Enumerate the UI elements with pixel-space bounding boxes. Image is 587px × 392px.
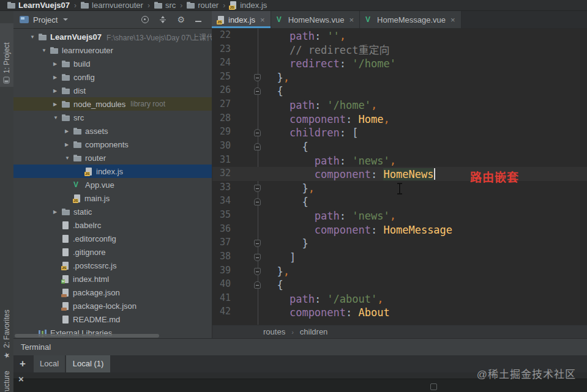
tree-item-index.html[interactable]: index.html: [13, 272, 212, 286]
tree-item-.babelrc[interactable]: .babelrc: [13, 218, 212, 232]
tree-item-index.js[interactable]: index.js: [13, 165, 212, 178]
project-panel-title[interactable]: Project: [33, 15, 58, 24]
tree-item-nodemodules[interactable]: ▶node_moduleslibrary root: [13, 97, 212, 111]
gear-icon[interactable]: ⚙: [177, 15, 185, 24]
tree-item-LearnVuejs07[interactable]: ▼LearnVuejs07F:\share\13-Vuejs\Day 07\上课…: [13, 30, 212, 43]
editor-breadcrumb-item[interactable]: routes: [263, 327, 285, 336]
expand-arrow-icon[interactable]: ▼: [64, 155, 73, 161]
line-number: 30: [212, 140, 231, 151]
tool-window-button-project[interactable]: 1: Project: [0, 23, 13, 87]
tree-item-static[interactable]: ▶static: [13, 205, 212, 218]
breadcrumb-item[interactable]: LearnVuejs07: [7, 1, 70, 10]
json-file-icon: [62, 302, 69, 310]
line-number: 34: [212, 195, 231, 206]
editor-tab-HomeMessage.vue[interactable]: HomeMessage.vue×: [360, 11, 462, 28]
line-number: 42: [212, 306, 231, 317]
tree-item-README.md[interactable]: README.md: [13, 312, 212, 326]
tree-item-config[interactable]: ▶config: [13, 70, 212, 84]
collapse-all-icon[interactable]: [159, 16, 166, 23]
code-line-39: 39},: [212, 265, 587, 279]
tree-item-build[interactable]: ▶build: [13, 57, 212, 70]
chevron-down-icon[interactable]: [63, 18, 68, 21]
code-line-23: 23// redirect重定向: [212, 43, 587, 57]
tree-item-dist[interactable]: ▶dist: [13, 84, 212, 97]
fold-marker-icon[interactable]: [254, 185, 261, 192]
fold-marker-icon[interactable]: [254, 240, 261, 247]
folder-icon: [7, 1, 15, 9]
tree-item-package-lock.json[interactable]: package-lock.json: [13, 299, 212, 312]
folder-icon: [81, 1, 89, 9]
new-terminal-icon[interactable]: +: [20, 358, 26, 370]
file-icon: [62, 316, 69, 324]
fold-marker-icon[interactable]: [254, 143, 261, 150]
expand-arrow-icon[interactable]: ▼: [41, 48, 50, 53]
tree-item-assets[interactable]: ▶assets: [13, 124, 212, 138]
close-tab-icon[interactable]: ×: [349, 15, 354, 24]
breadcrumb-item[interactable]: router: [187, 1, 219, 10]
fold-marker-icon[interactable]: [254, 129, 261, 136]
expand-arrow-icon[interactable]: ▼: [53, 115, 62, 120]
collapse-arrow-icon[interactable]: ▶: [53, 88, 62, 94]
editor-breadcrumb-item[interactable]: children: [300, 327, 328, 336]
js-file-icon: [85, 168, 92, 176]
tree-item-.editorconfig[interactable]: .editorconfig: [13, 232, 212, 245]
collapse-arrow-icon[interactable]: ▶: [64, 128, 73, 134]
fold-marker-icon[interactable]: [254, 87, 261, 95]
terminal-tab-Local1[interactable]: Local (1): [66, 355, 110, 372]
fold-marker-icon[interactable]: [254, 268, 261, 275]
close-tab-icon[interactable]: ×: [260, 15, 265, 24]
collapse-arrow-icon[interactable]: ▶: [53, 61, 62, 67]
fold-marker-icon[interactable]: [254, 74, 261, 81]
tool-window-button-structure[interactable]: Structure: [0, 353, 13, 392]
html-file-icon: [62, 275, 69, 283]
line-number: 22: [212, 29, 231, 40]
tree-item-router[interactable]: ▼router: [13, 151, 212, 165]
tree-item-main.js[interactable]: main.js: [13, 191, 212, 205]
breadcrumb-item[interactable]: learnvuerouter: [81, 1, 143, 10]
folder-icon: [73, 154, 81, 162]
editor-tab-HomeNews.vue[interactable]: HomeNews.vue×: [271, 11, 360, 28]
code-line-42: 42component: About: [212, 306, 587, 320]
mouse-cursor: [399, 184, 400, 193]
close-tab-icon[interactable]: ×: [451, 15, 455, 24]
terminal-tab-Local[interactable]: Local: [34, 355, 65, 372]
editor-breadcrumbs: routes›children: [212, 325, 587, 338]
file-icon: [62, 248, 69, 256]
minimize-icon[interactable]: [195, 21, 201, 22]
tree-item-package.json[interactable]: package.json: [13, 286, 212, 299]
collapse-arrow-icon[interactable]: ▶: [53, 75, 62, 80]
fold-marker-icon[interactable]: [254, 281, 261, 289]
terminal-panel-header[interactable]: Terminal: [13, 338, 587, 355]
folder-icon: [62, 208, 70, 216]
chevron-right-icon: ›: [74, 1, 77, 10]
editor-tab-index.js[interactable]: index.js×: [212, 11, 271, 28]
code-line-27: 27path: '/home',: [212, 98, 587, 113]
code-editor[interactable]: 22path: '',23// redirect重定向24redirect: '…: [212, 29, 587, 325]
breadcrumb-item[interactable]: index.js: [230, 1, 267, 10]
close-terminal-icon[interactable]: ×: [18, 374, 24, 384]
collapse-arrow-icon[interactable]: ▶: [64, 142, 73, 147]
tree-item-src[interactable]: ▼src: [13, 111, 212, 124]
tool-window-button-favorites[interactable]: ★2: Favorites: [0, 289, 13, 363]
tree-horizontal-scrollbar[interactable]: [15, 334, 159, 338]
fold-marker-icon[interactable]: [254, 198, 261, 205]
breadcrumb-item[interactable]: src: [154, 1, 176, 10]
project-tree: ▼LearnVuejs07F:\share\13-Vuejs\Day 07\上课…: [13, 29, 212, 338]
tree-item-.postcssrc.js[interactable]: .postcssrc.js: [13, 259, 212, 272]
fold-marker-icon[interactable]: [254, 254, 261, 261]
expand-arrow-icon[interactable]: ▼: [29, 34, 39, 40]
js-file-icon: [62, 262, 69, 270]
js-file-icon: [73, 194, 81, 202]
tree-item-.gitignore[interactable]: .gitignore: [13, 245, 212, 259]
code-line-40: 40{: [212, 278, 587, 292]
folder-icon: [62, 114, 70, 122]
collapse-arrow-icon[interactable]: ▶: [53, 209, 62, 215]
tree-item-App.vue[interactable]: App.vue: [13, 178, 212, 191]
tree-item-components[interactable]: ▶components: [13, 138, 212, 151]
code-line-32: 32component: HomeNews: [212, 168, 587, 182]
locate-icon[interactable]: [141, 16, 149, 23]
line-number: 35: [212, 209, 231, 220]
collapse-arrow-icon[interactable]: ▶: [53, 102, 62, 107]
tree-item-learnvuerouter[interactable]: ▼learnvuerouter: [13, 43, 212, 57]
code-line-22: 22path: '',: [212, 29, 587, 43]
